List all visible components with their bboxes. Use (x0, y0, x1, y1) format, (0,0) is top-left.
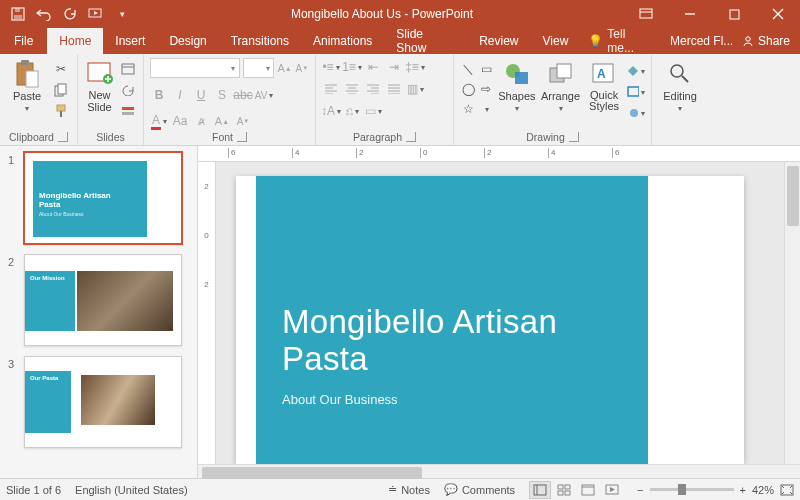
start-from-beginning-icon[interactable] (88, 6, 104, 22)
tab-design[interactable]: Design (157, 28, 218, 54)
fit-to-window-icon[interactable] (780, 484, 794, 496)
italic-icon[interactable]: I (171, 86, 189, 104)
slide[interactable]: Mongibello Artisan Pasta About Our Busin… (236, 176, 744, 464)
decrease-indent-icon[interactable]: ⇤ (364, 58, 382, 76)
shrink-font2-icon[interactable]: A▼ (234, 112, 252, 130)
tab-file[interactable]: File (0, 28, 47, 54)
horizontal-scrollbar[interactable] (198, 464, 800, 478)
horizontal-ruler[interactable]: 6 4 2 0 2 4 6 (198, 146, 800, 162)
section-icon[interactable] (119, 102, 137, 120)
qat-more-icon[interactable]: ▾ (114, 6, 130, 22)
grow-font2-icon[interactable]: A▲ (213, 112, 231, 130)
slide-thumbnail-panel[interactable]: 1 Mongibello Artisan Pasta About Our Bus… (0, 146, 198, 478)
slideshow-view-icon[interactable] (601, 481, 623, 499)
zoom-in-icon[interactable]: + (740, 484, 746, 496)
change-case-icon[interactable]: Aa (171, 112, 189, 130)
tab-slide-show[interactable]: Slide Show (384, 28, 467, 54)
shapes-more-icon[interactable] (478, 100, 494, 118)
copy-icon[interactable] (52, 81, 70, 99)
tab-view[interactable]: View (531, 28, 581, 54)
shape-star-icon[interactable]: ☆ (460, 100, 476, 118)
tab-review[interactable]: Review (467, 28, 530, 54)
tab-home[interactable]: Home (47, 28, 103, 54)
justify-icon[interactable] (385, 80, 403, 98)
align-right-icon[interactable] (364, 80, 382, 98)
tab-insert[interactable]: Insert (103, 28, 157, 54)
redo-icon[interactable] (62, 6, 78, 22)
format-painter-icon[interactable] (52, 102, 70, 120)
cut-icon[interactable]: ✂ (52, 60, 70, 78)
slide-subtitle[interactable]: About Our Business (282, 392, 398, 407)
share-button[interactable]: Share (732, 28, 800, 54)
numbering-icon[interactable]: 1≡ (343, 58, 361, 76)
notes-button[interactable]: ≐Notes (388, 483, 430, 496)
minimize-icon[interactable] (668, 0, 712, 28)
shape-line-icon[interactable]: ＼ (460, 60, 476, 78)
clear-formatting-icon[interactable]: A̷ (192, 112, 210, 130)
bullets-icon[interactable]: •≡ (322, 58, 340, 76)
clipboard-dialog-launcher-icon[interactable] (58, 132, 68, 142)
columns-icon[interactable]: ▥ (406, 80, 424, 98)
thumbnail-slide[interactable]: Our Pasta (24, 356, 182, 448)
shrink-font-icon[interactable]: A▼ (295, 59, 309, 77)
arrange-button[interactable]: Arrange▾ (540, 58, 581, 113)
normal-view-icon[interactable] (529, 481, 551, 499)
shape-rect-icon[interactable]: ▭ (478, 60, 494, 78)
zoom-value[interactable]: 42% (752, 484, 774, 496)
reading-view-icon[interactable] (577, 481, 599, 499)
char-spacing-icon[interactable]: AV (255, 86, 273, 104)
thumbnail-3[interactable]: 3 Our Pasta (8, 356, 187, 448)
zoom-slider[interactable] (650, 488, 734, 491)
strikethrough-icon[interactable]: abc (234, 86, 252, 104)
thumbnail-slide[interactable]: Our Mission (24, 254, 182, 346)
shape-effects-icon[interactable] (627, 104, 645, 122)
slide-layout-icon[interactable] (119, 60, 137, 78)
slide-title[interactable]: Mongibello Artisan Pasta (282, 304, 557, 378)
font-color-icon[interactable]: A (150, 112, 168, 130)
font-size-combo[interactable]: ▾ (243, 58, 275, 78)
underline-icon[interactable]: U (192, 86, 210, 104)
text-direction-icon[interactable]: ↕A (322, 102, 340, 120)
comments-button[interactable]: 💬Comments (444, 483, 515, 496)
shadow-icon[interactable]: S (213, 86, 231, 104)
slide-canvas[interactable]: Mongibello Artisan Pasta About Our Busin… (216, 162, 784, 464)
increase-indent-icon[interactable]: ⇥ (385, 58, 403, 76)
align-text-icon[interactable]: ⎌ (343, 102, 361, 120)
reset-slide-icon[interactable] (119, 81, 137, 99)
new-slide-button[interactable]: New Slide (84, 58, 115, 113)
shape-outline-icon[interactable] (627, 83, 645, 101)
slide-counter[interactable]: Slide 1 of 6 (6, 484, 61, 496)
save-icon[interactable] (10, 6, 26, 22)
shapes-button[interactable]: Shapes▾ (498, 58, 536, 113)
font-family-combo[interactable]: ▾ (150, 58, 240, 78)
scrollbar-thumb[interactable] (202, 467, 422, 479)
thumbnail-slide[interactable]: Mongibello Artisan Pasta About Our Busin… (24, 152, 182, 244)
grow-font-icon[interactable]: A▲ (277, 59, 291, 77)
zoom-slider-thumb[interactable] (678, 484, 686, 495)
align-center-icon[interactable] (343, 80, 361, 98)
quick-styles-button[interactable]: A Quick Styles (585, 58, 623, 112)
zoom-out-icon[interactable]: − (637, 484, 643, 496)
shape-fill-icon[interactable] (627, 62, 645, 80)
paste-button[interactable]: Paste ▾ (6, 58, 48, 113)
font-dialog-launcher-icon[interactable] (237, 132, 247, 142)
line-spacing-icon[interactable]: ‡≡ (406, 58, 424, 76)
shape-oval-icon[interactable]: ◯ (460, 80, 476, 98)
drawing-dialog-launcher-icon[interactable] (569, 132, 579, 142)
tell-me-search[interactable]: 💡 Tell me... (580, 28, 662, 54)
scrollbar-thumb[interactable] (787, 166, 799, 226)
thumbnail-1[interactable]: 1 Mongibello Artisan Pasta About Our Bus… (8, 152, 187, 244)
vertical-ruler[interactable]: 2 0 2 (198, 162, 216, 464)
signed-in-user[interactable]: Merced Fl... (662, 28, 732, 54)
maximize-icon[interactable] (712, 0, 756, 28)
sorter-view-icon[interactable] (553, 481, 575, 499)
undo-icon[interactable] (36, 6, 52, 22)
close-icon[interactable] (756, 0, 800, 28)
align-left-icon[interactable] (322, 80, 340, 98)
paragraph-dialog-launcher-icon[interactable] (406, 132, 416, 142)
smartart-icon[interactable]: ▭ (364, 102, 382, 120)
thumbnail-2[interactable]: 2 Our Mission (8, 254, 187, 346)
language-status[interactable]: English (United States) (75, 484, 188, 496)
tab-animations[interactable]: Animations (301, 28, 384, 54)
bold-icon[interactable]: B (150, 86, 168, 104)
